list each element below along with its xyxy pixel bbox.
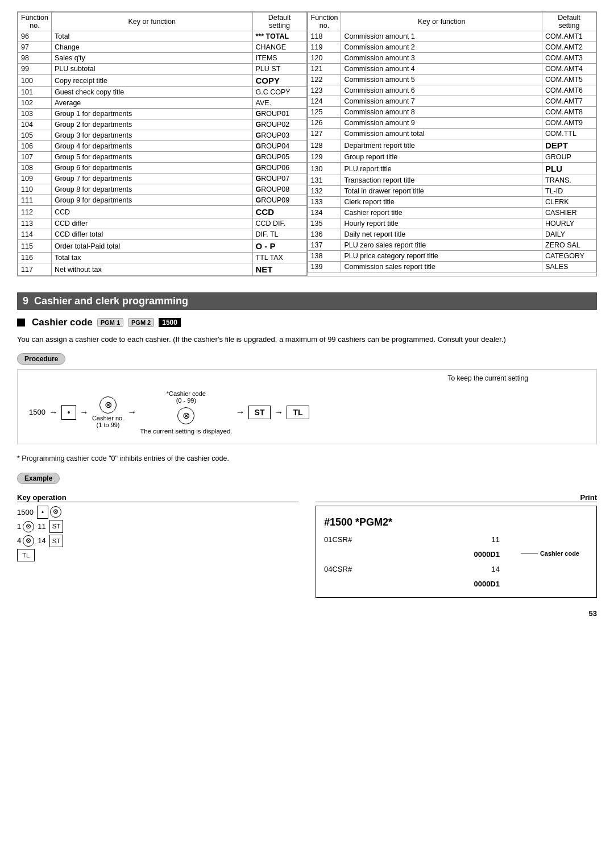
print-section: Print #1500 *PGM2* 01CSR# 11 Cashier no.… — [316, 493, 597, 598]
key-fn-cell: Guest check copy title — [51, 87, 252, 98]
table-row: 131Transaction report titleTRANS. — [308, 175, 596, 186]
ko-cx1: ⊗ — [50, 506, 61, 518]
ko-1: 1 — [17, 520, 21, 533]
default-cell: PLU ST — [252, 64, 306, 75]
key-fn-cell: CCD differ — [51, 218, 252, 229]
default-cell: TL-ID — [542, 186, 596, 197]
table-row: 120Commission amount 3COM.AMT3 — [308, 53, 596, 64]
default-cell: GROUP07 — [252, 173, 306, 184]
default-cell: CCD — [252, 206, 306, 218]
code-1500-badge: 1500 — [159, 318, 181, 327]
fn-no-cell: 134 — [308, 208, 341, 218]
key-op-row-2: 1 ⊗ 11 ST — [17, 520, 298, 533]
key-fn-cell: Commission sales report title — [341, 262, 542, 272]
table-row: 100Copy receipt titleCOPY — [18, 75, 307, 87]
table-row: 133Clerk report titleCLERK — [308, 197, 596, 208]
fn-no-cell: 136 — [308, 229, 341, 240]
ko-1500: 1500 — [17, 506, 34, 519]
default-cell: COM.TTL — [542, 129, 596, 139]
default-cell: COM.AMT4 — [542, 64, 596, 75]
default-cell: TRANS. — [542, 175, 596, 186]
flow-step1: 1500 — [29, 408, 45, 416]
flow-cashier-no: ⊗ Cashier no. (1 to 99) — [92, 396, 124, 428]
default-cell: COPY — [252, 75, 306, 87]
default-cell: COM.AMT6 — [542, 85, 596, 96]
key-fn-cell: Group 4 for departments — [51, 141, 252, 152]
default-cell: GROUP03 — [252, 130, 306, 141]
default-cell: PLU — [542, 163, 596, 175]
key-fn-cell: Cashier report title — [341, 208, 542, 218]
default-cell: GROUP08 — [252, 184, 306, 195]
table-row: 109Group 7 for departmentsGROUP07 — [18, 173, 307, 184]
flow-arrow3: → — [127, 407, 136, 418]
print-11: 11 — [492, 532, 500, 547]
flow-cashier-code: *Cashier code (0 - 99) ⊗ The current set… — [140, 390, 232, 435]
key-fn-cell: Average — [51, 98, 252, 109]
default-cell: G.C COPY — [252, 87, 306, 98]
table-row: 98Sales q'tyITEMS — [18, 53, 307, 64]
flow-diagram: To keep the current setting 1500 → • → ⊗… — [17, 369, 597, 444]
table-row: 111Group 9 for departmentsGROUP09 — [18, 195, 307, 206]
table-row: 113CCD differCCD DIF. — [18, 218, 307, 229]
fn-no-cell: 110 — [18, 184, 52, 195]
function-table: Functionno. Key or function Defaultsetti… — [17, 11, 597, 276]
default-cell: COM.AMT3 — [542, 53, 596, 64]
default-cell: TTL TAX — [252, 253, 306, 263]
print-title: Print — [316, 493, 597, 502]
key-fn-cell: Commission amount 2 — [341, 42, 542, 53]
fn-no-cell: 112 — [18, 206, 52, 218]
fn-no-cell: 123 — [308, 85, 341, 96]
print-line4-row: 04CSR# 14 — [324, 562, 505, 577]
fn-no-cell: 111 — [18, 195, 52, 206]
pgm2-badge: PGM 2 — [128, 318, 154, 327]
default-cell: COM.AMT9 — [542, 118, 596, 129]
fn-no-cell: 96 — [18, 31, 52, 42]
flow-arrow1: → — [49, 407, 58, 418]
table-row: 97ChangeCHANGE — [18, 42, 307, 53]
key-fn-cell: Commission amount 5 — [341, 75, 542, 85]
default-cell: GROUP02 — [252, 119, 306, 130]
fn-no-cell: 104 — [18, 119, 52, 130]
fn-no-cell: 124 — [308, 96, 341, 107]
key-fn-cell: Total — [51, 31, 252, 42]
print-0000d1-1: 0000D1 Cashier code — [324, 547, 500, 562]
section9-title: Cashier and clerk programming — [34, 295, 188, 307]
fn-no-cell: 131 — [308, 175, 341, 186]
table-row: 104Group 2 for departmentsGROUP02 — [18, 119, 307, 130]
fn-no-cell: 101 — [18, 87, 52, 98]
key-fn-cell: Clerk report title — [341, 197, 542, 208]
table-row: 125Commission amount 8COM.AMT8 — [308, 107, 596, 118]
key-fn-cell: Commission amount 1 — [341, 31, 542, 42]
right-table: Functionno. Key or function Defaultsetti… — [308, 12, 597, 272]
flow-arrow2: → — [80, 407, 89, 418]
default-cell: COM.AMT5 — [542, 75, 596, 85]
key-fn-cell: Copy receipt title — [51, 75, 252, 87]
table-row: 99PLU subtotalPLU ST — [18, 64, 307, 75]
default-cell: GROUP01 — [252, 109, 306, 119]
fn-no-cell: 117 — [18, 263, 52, 276]
default-cell: CATEGORY — [542, 251, 596, 262]
fn-no-cell: 102 — [18, 98, 52, 109]
fn-no-cell: 98 — [18, 53, 52, 64]
default-cell: HOURLY — [542, 218, 596, 229]
example-badge: Example — [17, 473, 60, 484]
fn-no-cell: 122 — [308, 75, 341, 85]
fn-no-cell: 139 — [308, 262, 341, 272]
key-fn-cell: Order total-Paid total — [51, 240, 252, 253]
table-row: 112CCDCCD — [18, 206, 307, 218]
left-table: Functionno. Key or function Defaultsetti… — [18, 12, 307, 276]
example-content: Key operation 1500 • ⊗ 1 ⊗ 11 ST 4 — [17, 493, 597, 598]
key-op-title: Key operation — [17, 493, 298, 502]
ko-st2: ST — [49, 535, 64, 548]
fn-no-cell: 106 — [18, 141, 52, 152]
default-cell: ZERO SAL — [542, 240, 596, 251]
key-fn-cell: Group 9 for departments — [51, 195, 252, 206]
key-fn-cell: Commission amount 6 — [341, 85, 542, 96]
table-row: 115Order total-Paid totalO - P — [18, 240, 307, 253]
key-fn-cell: Group 8 for departments — [51, 184, 252, 195]
print-line2-row: 01CSR# 11 Cashier no. — [324, 532, 505, 547]
table-row: 105Group 3 for departmentsGROUP03 — [18, 130, 307, 141]
key-fn-cell: Department report title — [341, 139, 542, 152]
fn-no-cell: 121 — [308, 64, 341, 75]
table-row: 123Commission amount 6COM.AMT6 — [308, 85, 596, 96]
